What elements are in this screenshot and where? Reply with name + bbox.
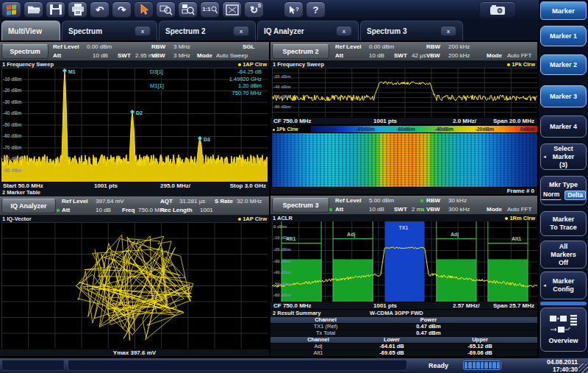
zoom-1-1-button[interactable]: 1:1 xyxy=(200,1,220,18)
spectrum3-header: Spectrum 3 Ref Level 5.00 dBm RBW 30 kHz… xyxy=(270,196,537,215)
date-time: 04.08.2011 17:40:30 xyxy=(547,359,578,373)
coupled-indicator xyxy=(57,209,60,212)
y-axis-label: -60 dBm xyxy=(273,293,291,298)
mode-value: Auto FFT xyxy=(507,206,531,213)
softkey-overview[interactable]: Overview xyxy=(540,308,587,352)
tab-label: MultiView xyxy=(8,27,42,35)
tab-multiview[interactable]: MultiView xyxy=(1,21,60,40)
progress-bar xyxy=(463,360,501,370)
tab-iq-analyzer[interactable]: IQ Analyzer x xyxy=(257,21,359,40)
spectrum1-channel-button[interactable]: Spectrum xyxy=(1,44,49,59)
spectrum1-plot[interactable]: M1D2D3 D3[1] -64.25 dB 1.49920 GHz M1[1]… xyxy=(1,68,268,182)
zoom-area-button[interactable] xyxy=(156,1,176,18)
colorbar-label: -80dBm xyxy=(356,127,375,132)
rbw-value: 30 kHz xyxy=(448,197,467,205)
help-pointer-button[interactable]: ? xyxy=(284,1,304,18)
aqt-label: AQT xyxy=(160,198,173,205)
coupled-indicator xyxy=(420,199,423,202)
att-label: Att xyxy=(335,206,343,213)
display-setup-button[interactable] xyxy=(222,1,242,18)
windows-logo-icon[interactable] xyxy=(1,1,21,18)
aclr-plot[interactable]: 0 dBm-10 dBm-20 dBm-30 dBm-40 dBm-50 dBm… xyxy=(272,221,537,302)
swt-value: 42 µs xyxy=(412,52,426,60)
trace-label: 1AP Clrw xyxy=(238,216,267,222)
axis-per-div: 2.0 MHz/ xyxy=(453,118,476,125)
softkey-marker-to-trace[interactable]: Marker To Trace xyxy=(540,211,587,236)
marker-readout: D3[1] -64.25 dB 1.49920 GHz M1[1] 1.20 d… xyxy=(150,68,266,96)
softkey-marker-1[interactable]: Marker 1 xyxy=(540,26,587,46)
zoom-1-1-lens xyxy=(211,6,218,14)
vbw-value: 200 kHz xyxy=(448,52,470,60)
open-button[interactable] xyxy=(24,1,43,18)
aqt-value: 31.281 µs xyxy=(179,198,205,205)
spectrum3-window-title: 1 ACLR 1Rm Clrw xyxy=(270,215,537,221)
swt-label: SWT xyxy=(394,52,407,60)
sequencer-button[interactable]: ↻ S xyxy=(244,1,264,18)
tab-spectrum-2[interactable]: Spectrum 2 x xyxy=(159,21,256,40)
spectrum2-plot[interactable]: -20 dBm-40 dBm-60 dBm-80 dBm xyxy=(272,68,537,117)
y-axis-label: -50 dBm xyxy=(3,122,22,128)
print-button[interactable] xyxy=(68,1,87,18)
iq-vector-plot[interactable] xyxy=(1,222,268,349)
softkey-mkr-type[interactable]: Mkr Type Norm Delta xyxy=(540,176,587,205)
y-axis-label: -30 dBm xyxy=(273,259,291,264)
select-cursor-button[interactable] xyxy=(134,1,154,18)
y-axis-label: -70 dBm xyxy=(3,145,22,151)
rbw-label: RBW xyxy=(151,43,165,51)
zoom-windows-button[interactable] xyxy=(178,1,198,18)
print-icon xyxy=(71,4,85,15)
tab-spectrum-3[interactable]: Spectrum 3 x xyxy=(360,21,463,40)
coupled-indicator xyxy=(329,208,332,211)
att-label: Att xyxy=(53,52,61,60)
help-icon: ? xyxy=(313,5,319,15)
att-value: 10 dB xyxy=(369,206,384,213)
close-tab-icon[interactable]: x xyxy=(440,26,456,36)
swt-label: SWT xyxy=(118,52,131,60)
coupled-indicator xyxy=(420,208,423,211)
mode-label: Mode xyxy=(487,52,502,60)
colorbar-trace-label: 1Pk Clrw xyxy=(273,126,298,132)
axis-points: 1001 pts xyxy=(373,302,397,310)
rbw-value: 200 kHz xyxy=(448,43,470,51)
softkey-marker-config[interactable]: ◄ Marker Config xyxy=(540,271,587,299)
axis-cf: CF 750.0 MHz xyxy=(273,302,312,310)
rbw-value: 3 MHz xyxy=(173,43,190,51)
spectrum3-channel-button[interactable]: Spectrum 3 xyxy=(272,198,329,213)
resize-grip xyxy=(578,363,588,373)
freq-label: Freq xyxy=(122,207,135,214)
tab-label: Spectrum 3 xyxy=(367,27,406,35)
redo-button[interactable]: ↷ xyxy=(112,1,132,18)
spectrum1-header: Spectrum Ref Level 0.00 dBm RBW 3 MHz SG… xyxy=(0,42,269,61)
mode-label: Mode xyxy=(487,206,502,213)
iq-channel-button[interactable]: IQ Analyzer xyxy=(1,199,56,213)
help-button[interactable]: ? xyxy=(306,1,326,18)
softkey-marker-3[interactable]: Marker 3 xyxy=(540,85,587,107)
close-tab-icon[interactable]: x xyxy=(336,26,352,36)
mkr-type-delta[interactable]: Delta xyxy=(564,191,586,200)
result-summary-table: Channel Power TX1 (Ref) 0.47 dBm Tx Tota… xyxy=(270,317,537,356)
screenshot-button[interactable] xyxy=(479,1,516,18)
y-axis-label: -80 dBm xyxy=(273,104,291,110)
trace-label: 1Rm Clrw xyxy=(505,215,535,221)
mkr-type-norm[interactable]: Norm xyxy=(541,191,562,200)
y-axis-label: -60 dBm xyxy=(273,94,291,99)
spectrum2-channel-button[interactable]: Spectrum 2 xyxy=(272,44,329,59)
att-label: Att xyxy=(62,207,70,214)
att-value: 10 dB xyxy=(93,52,108,60)
softkey-marker-4[interactable]: Marker 4 xyxy=(540,116,587,138)
softkey-all-markers-off[interactable]: All Markers Off xyxy=(540,241,587,269)
undo-button[interactable]: ↶ xyxy=(90,1,110,18)
softkey-select-marker[interactable]: ◄ Select Marker (3) xyxy=(540,143,587,170)
marker-value: 1.20 dBm xyxy=(188,82,262,90)
spectrogram[interactable] xyxy=(272,133,537,187)
close-tab-icon[interactable]: x xyxy=(233,26,249,36)
axis-span: Span 20.0 MHz xyxy=(493,118,534,125)
spectrogram-frame-bar: Frame # 0 xyxy=(270,187,537,194)
close-tab-icon[interactable]: x xyxy=(135,26,151,36)
save-button[interactable] xyxy=(46,1,65,18)
softkey-marker-2[interactable]: Marker 2 xyxy=(540,54,587,75)
ymax-value: Ymax 397.6 mV xyxy=(0,349,269,357)
status-ready: Ready xyxy=(429,362,448,369)
marker-label: D2 xyxy=(136,110,143,116)
tab-spectrum[interactable]: Spectrum x xyxy=(62,21,157,40)
